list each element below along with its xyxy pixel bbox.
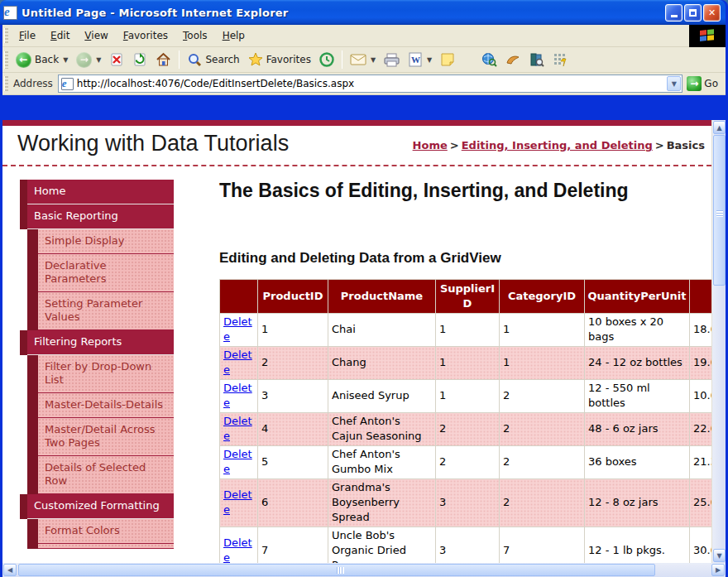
delete-link[interactable]: Delete <box>223 382 252 409</box>
menu-favorites[interactable]: Favorites <box>116 26 175 45</box>
go-button[interactable]: → Go <box>682 75 722 92</box>
stop-button[interactable] <box>105 50 128 69</box>
word-icon: W <box>408 52 423 67</box>
delete-link[interactable]: Delete <box>223 415 252 442</box>
cell-unitprice: 30.00 <box>690 527 712 564</box>
sidebar-item-clipped <box>27 544 174 549</box>
sidebar-indent-stub <box>27 456 38 494</box>
delete-link[interactable]: Delete <box>223 349 252 376</box>
sidebar-item-filter-by-drop-down-list[interactable]: Filter by Drop-Down List <box>27 355 174 393</box>
cell-unitprice: 25.00 <box>690 479 712 527</box>
menu-file[interactable]: File <box>12 26 43 45</box>
cell-quantityperunit: 12 - 550 ml bottles <box>585 380 690 413</box>
sidebar-item-label: Format Colors <box>38 519 174 544</box>
cell-productid: 3 <box>258 380 328 413</box>
address-grip[interactable] <box>4 76 8 91</box>
forward-icon: → <box>76 52 92 68</box>
cell-productname: Chef Anton's Gumbo Mix <box>328 446 436 479</box>
minimize-button[interactable] <box>665 4 682 22</box>
scroll-up-icon[interactable]: ▲ <box>713 121 726 134</box>
research-library-button[interactable] <box>525 50 548 69</box>
column-header-supplierid: SupplierID <box>436 280 500 314</box>
horizontal-scroll-thumb[interactable] <box>18 564 655 576</box>
back-dropdown-icon[interactable]: ▼ <box>63 56 68 64</box>
quick-launch-button[interactable] <box>548 50 572 69</box>
mail-dropdown-icon[interactable]: ▼ <box>371 56 376 64</box>
sidebar-item-label: Declarative Parameters <box>38 254 174 292</box>
site-title: Working with Data Tutorials <box>17 131 289 156</box>
sidebar-item-details-of-selected-row[interactable]: Details of Selected Row <box>27 456 174 494</box>
column-header-productid: ProductID <box>258 280 328 314</box>
breadcrumb-section-link[interactable]: Editing, Inserting, and Deleting <box>462 139 653 151</box>
sidebar-item-customized-formatting[interactable]: Customized Formatting <box>20 494 174 519</box>
history-button[interactable] <box>315 50 338 69</box>
scroll-right-icon[interactable]: ▶ <box>711 564 725 576</box>
page-title: The Basics of Editing, Inserting, and De… <box>219 178 658 203</box>
table-row: Delete7Uncle Bob's Organic Dried Pears37… <box>220 527 712 564</box>
page-accent-bar <box>2 120 711 126</box>
vertical-scrollbar[interactable]: ▲ ▼ <box>711 120 726 563</box>
discuss-button[interactable] <box>436 50 459 69</box>
menu-tools[interactable]: Tools <box>175 26 215 45</box>
sidebar-nav: HomeBasic ReportingSimple DisplayDeclara… <box>20 180 174 549</box>
menu-grip[interactable] <box>4 28 8 43</box>
sidebar-item-label: Customized Formatting <box>27 494 174 519</box>
edit-with-word-button[interactable]: W ▼ <box>404 50 436 69</box>
cell-productname: Grandma's Boysenberry Spread <box>328 479 436 527</box>
menu-edit[interactable]: Edit <box>43 26 77 45</box>
menu-help[interactable]: Help <box>215 26 252 45</box>
sidebar-item-basic-reporting[interactable]: Basic Reporting <box>20 204 174 229</box>
messenger-button[interactable] <box>501 51 525 68</box>
cell-quantityperunit: 48 - 6 oz jars <box>585 413 690 446</box>
cell-supplierid: 2 <box>436 446 500 479</box>
cell-quantityperunit: 24 - 12 oz bottles <box>585 347 690 380</box>
home-button[interactable] <box>151 50 175 69</box>
sidebar-item-label: Simple Display <box>38 229 174 254</box>
word-dropdown-icon[interactable]: ▼ <box>427 56 432 64</box>
scroll-left-icon[interactable]: ◀ <box>3 564 17 576</box>
back-button[interactable]: ← Back ▼ <box>12 50 72 70</box>
cell-productid: 5 <box>258 446 328 479</box>
table-row: Delete4Chef Anton's Cajun Seasoning2248 … <box>220 413 712 446</box>
toolbar-grip[interactable] <box>4 51 8 69</box>
print-button[interactable] <box>380 51 404 69</box>
delete-link[interactable]: Delete <box>223 488 252 516</box>
favorites-button[interactable]: Favorites <box>244 50 315 69</box>
forward-button[interactable]: → ▼ <box>72 50 105 70</box>
forward-dropdown-icon[interactable]: ▼ <box>96 56 101 64</box>
column-header-categoryid: CategoryID <box>500 280 585 314</box>
vertical-scroll-thumb[interactable] <box>713 135 726 286</box>
maximize-button[interactable] <box>684 4 702 22</box>
sidebar-item-declarative-parameters[interactable]: Declarative Parameters <box>27 254 174 292</box>
gridview-header-row: ProductIDProductNameSupplierIDCategoryID… <box>220 280 712 314</box>
scroll-down-icon[interactable]: ▼ <box>713 549 726 562</box>
address-dropdown-icon[interactable]: ▼ <box>667 76 681 91</box>
sidebar-item-master-details-details[interactable]: Master-Details-Details <box>27 393 174 418</box>
address-input[interactable]: e http://localhost:4076/Code/EditInsertD… <box>58 75 683 93</box>
cell-productname: Uncle Bob's Organic Dried Pears <box>328 527 436 564</box>
refresh-button[interactable] <box>128 50 151 69</box>
sidebar-item-master-detail-across-two-pages[interactable]: Master/Detail Across Two Pages <box>27 418 174 456</box>
windows-flag-icon <box>700 29 715 43</box>
close-button[interactable]: ✕ <box>703 4 721 22</box>
sidebar-item-label: Basic Reporting <box>27 204 174 229</box>
delete-link[interactable]: Delete <box>223 536 252 563</box>
cell-unitprice: 22.00 <box>690 413 712 446</box>
research-button[interactable] <box>477 50 501 69</box>
column-header-quantityperunit: QuantityPerUnit <box>585 280 690 314</box>
search-button[interactable]: Search <box>183 50 243 69</box>
sidebar-item-setting-parameter-values[interactable]: Setting Parameter Values <box>27 292 174 330</box>
sidebar-item-home[interactable]: Home <box>20 180 174 204</box>
delete-link[interactable]: Delete <box>223 448 252 475</box>
breadcrumb-home-link[interactable]: Home <box>413 139 448 151</box>
mail-button[interactable]: ▼ <box>346 51 380 68</box>
sidebar-item-simple-display[interactable]: Simple Display <box>27 229 174 254</box>
delete-link[interactable]: Delete <box>223 315 252 343</box>
windows-logo-throbber <box>689 25 726 47</box>
sidebar-indent-stub <box>27 355 38 393</box>
sidebar-item-format-colors[interactable]: Format Colors <box>27 519 174 544</box>
sidebar-item-label: Home <box>27 180 174 204</box>
menu-view[interactable]: View <box>77 26 115 45</box>
horizontal-scrollbar[interactable]: ◀ ▶ <box>2 563 726 577</box>
sidebar-item-filtering-reports[interactable]: Filtering Reports <box>20 330 174 355</box>
